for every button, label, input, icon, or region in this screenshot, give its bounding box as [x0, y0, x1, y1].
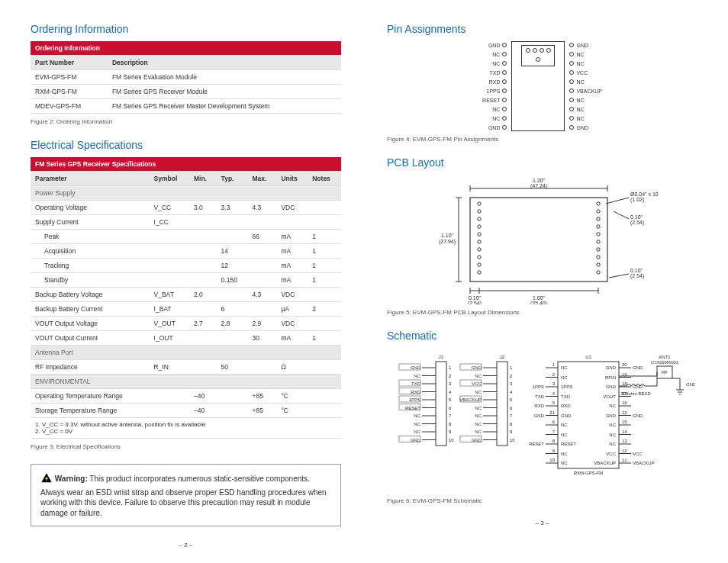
page-3: Pin Assignments GNDNCNCTXDRXD1PPSRESETNC…	[387, 23, 697, 549]
svg-point-40	[596, 240, 599, 243]
svg-text:22: 22	[622, 410, 627, 415]
pin-label: NC	[569, 96, 601, 104]
pin-hole-icon	[502, 52, 507, 56]
pcb-caption: Figure 5: EVM-GPS-FM PCB Layout Dimensio…	[387, 309, 697, 316]
schematic-diagram: J1 1GND2NC3TXD4RXD51PPS6RESET7NC8NC9NC10…	[390, 348, 695, 493]
svg-point-36	[596, 225, 599, 228]
svg-text:1: 1	[552, 362, 555, 367]
table-row: Operating Temperature Range–40+85°C	[31, 389, 341, 404]
pin-label: GND	[569, 41, 601, 49]
pin-hole-icon	[502, 125, 507, 130]
svg-text:TXD: TXD	[535, 394, 545, 399]
svg-text:8: 8	[510, 422, 513, 426]
svg-point-33	[477, 217, 480, 220]
table-row: Supply CurrentI_CC	[31, 215, 341, 230]
svg-point-30	[596, 202, 599, 205]
svg-text:NC: NC	[561, 433, 568, 437]
svg-text:VBACKUP: VBACKUP	[459, 397, 482, 402]
svg-text:1.00": 1.00"	[532, 295, 545, 301]
chip-body	[511, 41, 565, 131]
ordering-section: Ordering Information Ordering Informatio…	[31, 23, 341, 125]
table-row: Operating VoltageV_CC3.03.34.3VDC	[31, 201, 341, 215]
table-row: Peak66mA1	[31, 230, 341, 244]
svg-text:5: 5	[449, 397, 452, 402]
svg-text:7: 7	[552, 429, 555, 434]
pin-label: RXD	[482, 78, 507, 85]
svg-text:0.10": 0.10"	[468, 295, 481, 301]
svg-text:0.10": 0.10"	[630, 214, 643, 220]
svg-point-35	[477, 225, 480, 228]
svg-point-41	[477, 248, 480, 251]
table-row: Acquisition14mA1	[31, 244, 341, 259]
svg-text:GND: GND	[605, 413, 616, 418]
svg-text:ANT1: ANT1	[659, 355, 671, 359]
pin-hole-icon	[569, 52, 574, 56]
svg-text:U1: U1	[585, 355, 591, 359]
pin-label: GND	[482, 124, 507, 131]
pin-diagram: GNDNCNCTXDRXD1PPSRESETNCNCGND GNDNCNCVCC…	[387, 41, 697, 131]
pin-hole-icon	[569, 61, 574, 66]
svg-text:1: 1	[449, 365, 452, 370]
elec-table: FM Series GPS Receiver Specifications Pa…	[31, 157, 341, 439]
svg-text:NC: NC	[414, 422, 420, 426]
pin-hole-icon	[569, 79, 574, 84]
pin-hole-icon	[569, 125, 574, 130]
svg-text:13: 13	[622, 439, 627, 443]
svg-text:GND: GND	[686, 382, 695, 387]
svg-text:Ø0.04" x 10: Ø0.04" x 10	[630, 191, 659, 197]
svg-text:GND: GND	[561, 413, 572, 418]
svg-text:GND: GND	[605, 365, 616, 370]
svg-point-29	[477, 202, 480, 205]
pin-hole-icon	[502, 79, 507, 84]
svg-text:(2.54): (2.54)	[630, 220, 644, 226]
pin-label: NC	[569, 60, 601, 67]
svg-text:1PPS: 1PPS	[408, 397, 420, 402]
svg-text:5: 5	[510, 397, 513, 402]
svg-text:6: 6	[510, 406, 513, 410]
pin-label: NC	[482, 114, 507, 122]
svg-point-34	[596, 217, 599, 220]
svg-text:GND: GND	[633, 365, 643, 370]
svg-text:NC: NC	[609, 442, 616, 446]
svg-text:1.20": 1.20"	[532, 178, 545, 183]
svg-text:7: 7	[510, 413, 513, 418]
pin-label: NC	[569, 105, 601, 113]
svg-text:8: 8	[449, 422, 452, 426]
pin-hole-icon	[569, 70, 574, 75]
svg-text:0.10": 0.10"	[630, 268, 643, 273]
elec-notes: 1. V_CC = 3.3V, without active antenna, …	[31, 418, 341, 439]
svg-text:(2.54): (2.54)	[630, 273, 644, 279]
table-row: Backup Battery VoltageV_BAT2.04.3VDC	[31, 288, 341, 302]
warning-box: Warning: This product incorporates numer…	[31, 464, 341, 526]
pin-label: VCC	[569, 69, 601, 76]
col-part: Part Number	[31, 56, 108, 70]
svg-text:NC: NC	[475, 374, 482, 378]
svg-text:15: 15	[622, 420, 627, 424]
svg-point-43	[477, 256, 480, 259]
pin-label: RESET	[482, 96, 507, 104]
svg-text:(25.40): (25.40)	[530, 301, 546, 304]
svg-text:9: 9	[449, 429, 452, 434]
elec-section: Electrical Specifications FM Series GPS …	[31, 139, 341, 450]
svg-text:NC: NC	[475, 413, 482, 418]
svg-text:J1: J1	[438, 355, 443, 359]
svg-point-32	[596, 210, 599, 213]
svg-text:NC: NC	[561, 461, 568, 465]
pin-hole-icon	[569, 98, 574, 102]
svg-text:NC: NC	[561, 452, 568, 456]
pin-label: GND	[482, 41, 507, 49]
table-row: EVM-GPS-FMFM Series Evaluation Module	[31, 70, 341, 85]
svg-text:J2: J2	[499, 355, 504, 359]
svg-text:NC: NC	[414, 429, 420, 434]
svg-text:2: 2	[510, 374, 513, 378]
pin-hole-icon	[502, 98, 507, 102]
table-row: Backup Battery CurrentI_BAT6µA2	[31, 302, 341, 317]
svg-text:4: 4	[510, 390, 513, 394]
page-number: – 2 –	[31, 542, 341, 549]
svg-text:TXD: TXD	[561, 394, 571, 399]
svg-text:RXM-GPS-FM: RXM-GPS-FM	[573, 471, 603, 475]
table-row: VOUT Output CurrentI_OUT30mA1	[31, 331, 341, 346]
svg-text:2: 2	[552, 372, 555, 377]
svg-text:(2.54): (2.54)	[467, 301, 481, 304]
svg-text:RFIN: RFIN	[605, 375, 616, 380]
